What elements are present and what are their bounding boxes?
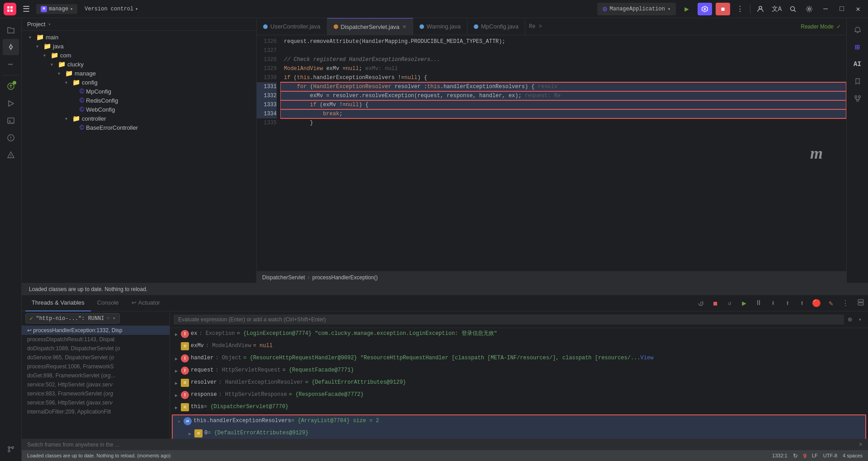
frame-item-3[interactable]: doService:965, DispatcherServlet (o <box>22 353 170 362</box>
stop-button[interactable]: ◼ <box>716 3 730 15</box>
var-expand-handler-0[interactable]: ▶ <box>185 429 194 438</box>
tab-more-button[interactable]: Re > <box>525 24 546 30</box>
debug-stop[interactable]: ◼ <box>709 297 722 310</box>
var-item-resolver[interactable]: ▶ ≡ resolver : HandlerExceptionResolver … <box>170 377 868 389</box>
sidebar-item-more[interactable]: ⋯ <box>3 56 19 72</box>
frame-item-8[interactable]: service:596, HttpServlet (javax.serv <box>22 398 170 407</box>
debug-tab-threads[interactable]: Threads & Variables <box>25 295 91 311</box>
status-position[interactable]: 1332:1 <box>772 453 788 458</box>
debug-resume[interactable]: ↺ <box>723 297 736 310</box>
code-content[interactable]: request.removeAttribute(HandlerMapping.P… <box>280 35 846 271</box>
switch-frames-close[interactable]: × <box>859 441 863 448</box>
add-watch-button[interactable]: ⊕ <box>844 313 856 326</box>
debug-tab-actuator[interactable]: ↩ Actuator <box>125 295 166 311</box>
var-item-this[interactable]: ▶ ≡ this = {DispatcherServlet@7770} <box>170 401 868 414</box>
debug-step-over[interactable] <box>694 297 707 310</box>
right-bookmarks[interactable] <box>849 73 866 89</box>
var-expand-this-handlers[interactable]: ▾ <box>175 417 184 426</box>
frame-item-2[interactable]: doDispatch:1089, DispatcherServlet (o <box>22 344 170 353</box>
tab-mpconfig[interactable]: MpConfig.java <box>467 18 525 35</box>
tab-close-dispatcherservlet[interactable]: ✕ <box>402 24 406 30</box>
var-item-ex[interactable]: ▶ ! ex : Exception = {LoginException@777… <box>170 328 868 340</box>
tree-item-config[interactable]: ▾ 📁 config <box>22 78 256 87</box>
tree-item-webconfig[interactable]: © WebConfig <box>22 105 256 114</box>
debug-evaluate[interactable]: 🔴 <box>810 297 823 310</box>
tree-item-clucky[interactable]: ▾ 📁 clucky <box>22 60 256 69</box>
expression-input[interactable] <box>174 315 844 325</box>
status-encoding[interactable]: UTF-8 <box>823 453 837 458</box>
tree-item-mpconfig[interactable]: © MpConfig <box>22 87 256 96</box>
var-expand-resolver[interactable]: ▶ <box>172 378 181 388</box>
var-item-this-handlers[interactable]: ▾ ∞ this.handlerExceptionResolvers = {Ar… <box>173 415 865 428</box>
right-structure[interactable] <box>849 90 866 107</box>
var-item-exmv[interactable]: ▶ ≡ exMv : ModelAndView = null <box>170 340 868 353</box>
sidebar-item-folder[interactable] <box>3 22 19 38</box>
tree-item-redisconfig[interactable]: © RedisConfig <box>22 96 256 105</box>
tree-item-baseerror[interactable]: © BaseErrorController <box>22 123 256 132</box>
tab-dispatcherservlet[interactable]: DispatcherServlet.java ✕ <box>327 18 413 35</box>
sidebar-item-git[interactable] <box>3 441 19 457</box>
status-reload-icon[interactable]: ↻ <box>793 452 798 459</box>
frame-item-6[interactable]: service:502, HttpServlet (javax.serv <box>22 380 170 389</box>
more-options[interactable]: ⋮ <box>734 3 746 15</box>
sidebar-item-problems[interactable] <box>3 130 19 146</box>
var-item-response[interactable]: ▶ ! response : HttpServletResponse = {Re… <box>170 389 868 401</box>
var-expand-this[interactable]: ▶ <box>172 403 181 412</box>
right-plugins[interactable]: ⊞ <box>849 39 866 55</box>
watch-dropdown[interactable]: ▾ <box>856 315 864 325</box>
minimize-button[interactable]: — <box>819 3 832 15</box>
vcs-selector[interactable]: Version control ▾ <box>81 4 142 14</box>
right-notifications[interactable] <box>849 22 866 38</box>
debug-watch[interactable]: ✎ <box>825 297 837 310</box>
frame-item-1[interactable]: processDispatchResult:1143, Dispat <box>22 335 170 344</box>
tab-warning[interactable]: Warning.java <box>413 18 467 35</box>
profile-icon[interactable] <box>754 3 767 15</box>
debug-pause[interactable]: ⏸ <box>752 297 765 310</box>
run-config-selector[interactable]: ⚙ ManageApplication ▾ <box>597 3 676 15</box>
status-lf[interactable]: LF <box>812 453 818 458</box>
debug-button[interactable] <box>698 3 712 15</box>
maximize-button[interactable]: □ <box>835 3 848 15</box>
run-button[interactable]: ▶ <box>679 3 694 15</box>
var-expand-response[interactable]: ▶ <box>172 390 181 400</box>
sidebar-item-terminal[interactable] <box>3 113 19 129</box>
sidebar-item-run[interactable] <box>3 95 19 112</box>
var-link-handler[interactable]: View <box>641 354 654 362</box>
var-item-request[interactable]: ▶ ! request : HttpServletRequest = {Requ… <box>170 365 868 377</box>
tree-item-java[interactable]: ▾ 📁 java <box>22 42 256 51</box>
status-indent[interactable]: 4 spaces <box>843 453 863 458</box>
frame-item-7[interactable]: service:883, FrameworkServlet (org <box>22 389 170 398</box>
debug-run[interactable]: ▶ <box>738 297 750 310</box>
frames-dropdown-arrow[interactable]: ▾ <box>113 315 116 322</box>
project-selector[interactable]: M manage ▾ <box>36 4 77 14</box>
frame-item-0[interactable]: ↩ processHandlerException:1332, Disp <box>22 326 170 335</box>
search-icon[interactable] <box>787 3 799 15</box>
debug-step-into[interactable]: ⬇ <box>767 297 779 310</box>
code-editor[interactable]: 1326 1327 1328 1329 1330 1331 1332 1333 … <box>257 35 846 271</box>
var-expand-request[interactable]: ▶ <box>172 366 181 376</box>
tree-item-main[interactable]: ▾ 📁 main <box>22 33 256 42</box>
frame-item-4[interactable]: processRequest:1006, FrameworkS <box>22 362 170 371</box>
var-expand-handler[interactable]: ▶ <box>172 354 181 363</box>
translate-icon[interactable]: 文A <box>770 3 783 15</box>
frames-filter-input[interactable] <box>36 315 104 322</box>
debug-layout[interactable] <box>857 299 864 308</box>
right-ai[interactable]: AI <box>849 56 866 72</box>
reader-mode[interactable]: Reader Mode ✓ <box>801 24 846 30</box>
sidebar-item-commit[interactable] <box>3 39 19 55</box>
filter-icon[interactable]: ▿ <box>106 315 109 322</box>
project-header-dropdown[interactable]: ▾ <box>48 22 51 27</box>
debug-more[interactable]: ⋮ <box>839 297 852 310</box>
tree-item-manage[interactable]: ▾ 📁 manage <box>22 69 256 78</box>
hamburger-menu[interactable]: ☰ <box>20 3 33 15</box>
tree-item-com[interactable]: ▾ 📁 com <box>22 51 256 60</box>
settings-icon[interactable] <box>803 3 816 15</box>
close-button[interactable]: ✕ <box>852 3 864 15</box>
debug-tab-console[interactable]: Console <box>91 295 125 311</box>
frame-item-9[interactable]: internalDoFilter:209, ApplicationFilt <box>22 407 170 416</box>
tree-item-controller[interactable]: ▾ 📁 controller <box>22 114 256 123</box>
tab-usercontroller[interactable]: UserController.java <box>257 18 327 35</box>
debug-frames[interactable]: ⬆ <box>796 297 808 310</box>
sidebar-item-warning[interactable] <box>3 147 19 163</box>
frames-filter[interactable]: ✓ ▿ ▾ <box>25 313 120 324</box>
